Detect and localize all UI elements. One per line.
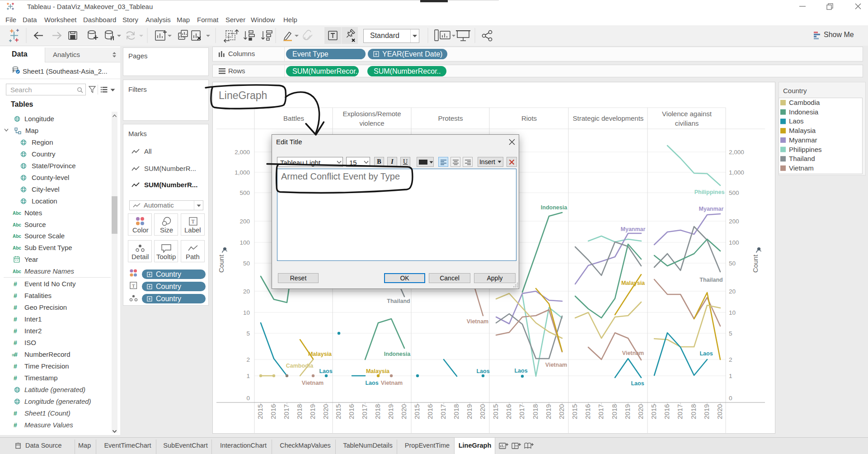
svg-text:Measure Names: Measure Names (24, 267, 75, 275)
svg-text:50: 50 (243, 260, 250, 267)
svg-text:2,000: 2,000 (235, 149, 250, 156)
svg-text:2016: 2016 (663, 404, 671, 419)
svg-text:100: 100 (239, 239, 250, 246)
svg-text:1: 1 (729, 373, 732, 379)
svg-text:Region: Region (32, 138, 53, 146)
svg-text:NumberRecord: NumberRecord (24, 350, 70, 358)
svg-text:Violence against: Violence against (662, 110, 712, 118)
svg-text:2015: 2015 (492, 404, 499, 419)
svg-text:Indonesia: Indonesia (541, 204, 568, 211)
svg-text:Malaysia: Malaysia (789, 127, 816, 134)
svg-text:Sheet1 (Count): Sheet1 (Count) (24, 409, 70, 417)
svg-text:Country: Country (32, 150, 56, 158)
svg-text:Timestamp: Timestamp (24, 374, 58, 382)
svg-text:20: 20 (729, 288, 736, 295)
svg-text:2016: 2016 (347, 404, 355, 419)
svg-text:Measure Values: Measure Values (24, 421, 73, 429)
svg-text:2018: 2018 (452, 404, 460, 419)
svg-text:City-level: City-level (32, 185, 60, 193)
svg-text:2019: 2019 (309, 404, 316, 419)
svg-text:2019: 2019 (703, 404, 710, 419)
svg-text:Explosions/Remote: Explosions/Remote (343, 110, 401, 118)
svg-text:2018: 2018 (531, 404, 539, 419)
svg-text:Inter2: Inter2 (24, 327, 42, 335)
svg-text:2017: 2017 (518, 404, 525, 419)
svg-text:Laos: Laos (631, 380, 644, 387)
svg-text:Strategic developments: Strategic developments (573, 114, 644, 122)
svg-text:2020: 2020 (558, 404, 565, 419)
svg-text:Thailand: Thailand (387, 298, 410, 304)
svg-text:Count: Count (751, 254, 759, 273)
svg-text:2017: 2017 (676, 404, 684, 419)
svg-text:20: 20 (243, 288, 250, 295)
svg-text:1: 1 (246, 373, 250, 379)
svg-text:Count: Count (217, 254, 225, 273)
svg-text:Sub Event Type: Sub Event Type (24, 244, 72, 251)
svg-text:0: 0 (729, 395, 732, 402)
svg-text:2,000: 2,000 (729, 149, 744, 156)
svg-text:2015: 2015 (256, 404, 264, 419)
svg-text:Indonesia: Indonesia (789, 108, 819, 116)
svg-text:Event Id No Cnty: Event Id No Cnty (24, 280, 76, 288)
svg-text:Philippines: Philippines (789, 146, 822, 153)
svg-text:County-level: County-level (32, 174, 69, 181)
svg-text:Year: Year (24, 255, 38, 263)
svg-text:2020: 2020 (479, 404, 486, 419)
svg-text:Laos: Laos (319, 368, 332, 374)
svg-text:2018: 2018 (610, 404, 618, 419)
svg-text:Fatalities: Fatalities (24, 292, 52, 299)
svg-text:Laos: Laos (476, 368, 489, 374)
svg-text:Myanmar: Myanmar (621, 226, 646, 232)
svg-text:2018: 2018 (690, 404, 697, 419)
svg-text:Vietnam: Vietnam (302, 380, 324, 386)
svg-text:2019: 2019 (624, 404, 631, 419)
svg-text:2015: 2015 (334, 404, 342, 419)
svg-text:2020: 2020 (400, 404, 408, 419)
svg-text:Notes: Notes (24, 209, 42, 217)
svg-text:5: 5 (246, 330, 250, 337)
svg-text:2017: 2017 (361, 404, 368, 419)
svg-text:2020: 2020 (637, 404, 644, 419)
svg-text:Cambodia: Cambodia (286, 363, 314, 369)
svg-text:Latitude (generated): Latitude (generated) (24, 386, 85, 393)
svg-text:2017: 2017 (597, 404, 605, 419)
svg-text:Vietnam: Vietnam (467, 318, 488, 325)
svg-text:Map: Map (25, 127, 38, 134)
svg-text:State/Province: State/Province (32, 162, 76, 170)
svg-text:2019: 2019 (465, 404, 473, 419)
svg-text:2015: 2015 (413, 404, 421, 419)
svg-text:Thailand: Thailand (789, 155, 815, 162)
svg-text:civilians: civilians (675, 119, 699, 127)
svg-text:Longitude: Longitude (24, 115, 54, 123)
svg-text:=: = (12, 352, 14, 358)
svg-text:ISO: ISO (24, 339, 36, 346)
svg-text:violence: violence (359, 119, 384, 127)
svg-text:Inter1: Inter1 (24, 315, 42, 323)
svg-text:Vietnam: Vietnam (381, 380, 403, 386)
svg-text:2: 2 (246, 356, 250, 363)
svg-text:T: T (132, 283, 135, 288)
svg-text:Myanmar: Myanmar (699, 206, 724, 212)
svg-text:Laos: Laos (514, 368, 527, 374)
svg-text:10: 10 (243, 309, 250, 316)
svg-text:50: 50 (729, 260, 736, 267)
svg-text:2020: 2020 (322, 404, 329, 419)
svg-text:Vietnam: Vietnam (789, 164, 814, 172)
svg-text:Myanmar: Myanmar (789, 136, 817, 144)
svg-text:Laos: Laos (699, 350, 713, 357)
svg-text:2019: 2019 (387, 404, 394, 419)
svg-text:2016: 2016 (426, 404, 434, 419)
svg-text:10: 10 (729, 309, 736, 316)
svg-text:500: 500 (729, 189, 739, 196)
svg-text:2017: 2017 (439, 404, 447, 419)
svg-text:Malaysia: Malaysia (308, 351, 332, 357)
svg-text:Location: Location (32, 197, 57, 205)
svg-text:Cambodia: Cambodia (789, 99, 820, 106)
svg-text:T: T (192, 218, 195, 225)
svg-text:Riots: Riots (521, 114, 537, 122)
svg-text:1,000: 1,000 (235, 169, 250, 176)
svg-text:Laos: Laos (789, 117, 804, 125)
svg-text:Laos: Laos (365, 380, 378, 386)
svg-text:Indonesia: Indonesia (384, 351, 411, 357)
svg-text:100: 100 (729, 239, 739, 246)
